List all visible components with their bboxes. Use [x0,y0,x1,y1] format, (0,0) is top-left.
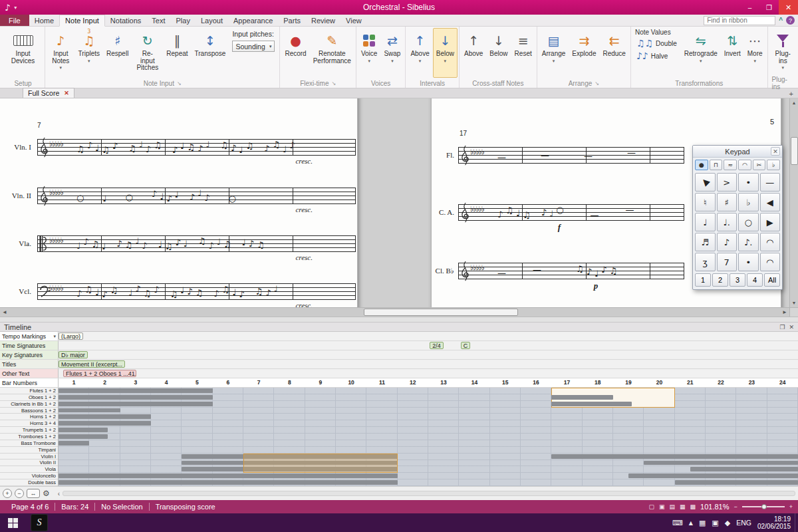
clock[interactable]: 18:19 02/06/2015 [757,515,791,530]
keypad-layout-tab[interactable]: ⊓ [710,160,723,170]
scroll-left-icon[interactable]: ◄ [0,309,9,315]
timeline-activity-bar[interactable] [59,388,213,393]
timeline-chip[interactable]: 2/4 [430,342,444,349]
timeline-row-label[interactable]: Bar Numbers [0,378,59,387]
ribbon-tab[interactable]: Play [171,15,196,26]
start-button[interactable] [0,513,25,532]
keypad-button[interactable]: ♯ [717,193,737,211]
input-notes-button[interactable]: ♪ Input Notes ▾ [47,28,75,78]
timeline-scroll-track[interactable] [63,491,795,496]
timeline-scroll-left-icon[interactable]: ‹ [58,490,60,497]
dialog-launcher-icon[interactable]: ↘ [177,80,182,86]
interval-above-button[interactable]: ↑ Above ▾ [407,28,432,78]
respell-button[interactable]: ♯ Respell [103,28,132,78]
view-mode-icon[interactable]: ▦ [680,503,686,510]
invert-button[interactable]: ⇅ Invert [721,28,744,78]
keypad-layout-tab[interactable]: ♭ [767,160,780,170]
keypad-button[interactable]: • [738,253,759,271]
ribbon-tab[interactable]: Note Input [59,15,105,27]
keypad-voice-button[interactable]: 4 [747,273,763,287]
timeline-row-label[interactable]: Tempo Markings▾ [0,332,59,340]
keypad-button[interactable]: — [760,173,781,192]
ribbon-tab[interactable]: Text [146,15,170,26]
help-icon[interactable]: ? [786,16,795,25]
timeline-activity-bar[interactable] [59,414,151,419]
timeline-chip[interactable]: Movement II (excerpt... [59,360,125,368]
scroll-right-icon[interactable]: ► [780,309,789,315]
timeline-zoom-in-button[interactable]: + [3,489,12,498]
plugins-button[interactable]: Plug-ins ▾ [769,28,797,78]
zoom-slider-knob[interactable] [761,504,767,509]
timeline-row-label[interactable]: Titles [0,360,59,368]
keypad-layout-tab[interactable]: ✂ [753,160,766,170]
quick-access-dropdown-icon[interactable]: ▾ [14,5,17,11]
close-button[interactable]: ✕ [779,0,798,15]
cross-staff-below-button[interactable]: ↓ Below [486,28,511,78]
keypad-button[interactable]: ♭ [738,193,759,211]
score-vertical-scrollbar[interactable]: ▲ ▼ [789,98,798,307]
interval-below-button[interactable]: ↓ Below ▾ [433,28,458,78]
timeline-activity-bar[interactable] [675,480,798,485]
keypad-layout-tab[interactable]: ≂ [724,160,737,170]
ribbon-tab[interactable]: Review [306,15,340,26]
view-mode-icon[interactable]: ▩ [690,503,696,510]
keypad-button[interactable]: ▶ [760,213,781,231]
halve-note-values-button[interactable]: ♪♪ Halve [635,51,678,61]
dialog-launcher-icon[interactable]: ↘ [331,80,336,86]
dialog-launcher-icon[interactable]: ↘ [595,80,599,86]
restore-button[interactable]: ❐ [759,0,779,15]
timeline-chip[interactable]: Flutes 1 + 2 Oboes 1 ...41... [63,370,136,377]
timeline-activity-bar[interactable] [59,421,151,426]
language-indicator[interactable]: ENG [736,519,751,527]
input-devices-button[interactable]: Input Devices [3,28,43,78]
score-page-left[interactable]: 7 Vln. I ♭♭♭♭♭ ♫♪♩♫♪♫♩♪♫♪♩♫♪♩♫♪♩♫♪♫♩♪ cr… [0,98,358,307]
timeline-chip[interactable]: D♭ major [59,351,88,358]
timeline-activity-bar[interactable] [59,473,398,478]
tab-close-icon[interactable]: ✕ [64,90,69,96]
renotate-performance-button[interactable]: ✎ Renotate Performance [310,28,354,78]
keypad-button[interactable]: ♩ [695,213,716,231]
timeline-row-label[interactable]: Time Signatures [0,341,59,350]
timeline-fit-width-button[interactable]: ↔ [27,489,40,498]
ribbon-tab[interactable]: Layout [196,15,228,26]
retrograde-button[interactable]: ⇋ Retrograde ▾ [681,28,721,78]
dropdown-arrow-icon[interactable]: ▾ [53,334,56,339]
network-icon[interactable]: ▦ [699,519,706,527]
timeline-activity-bar[interactable] [551,454,798,459]
view-mode-icon[interactable]: ▤ [669,503,675,510]
reinput-pitches-button[interactable]: ↻ Re-input Pitches [132,28,163,78]
record-button[interactable]: ● Record [281,28,309,78]
keypad-voice-button[interactable]: 1 [695,273,711,287]
arrange-button[interactable]: ▤ Arrange ▾ [539,28,569,78]
ribbon-tab[interactable]: Notations [105,15,146,26]
explode-button[interactable]: ⇉ Explode [569,28,599,78]
double-note-values-button[interactable]: ♫♫ Double [635,38,678,49]
find-in-ribbon-input[interactable] [704,16,775,25]
keypad-button[interactable]: • [738,173,759,192]
timeline-activity-bar[interactable] [59,408,120,413]
swap-button[interactable]: ⇄ Swap ▾ [380,28,404,78]
transpose-button[interactable]: ↕ Transpose [192,28,229,78]
timeline-row-label[interactable]: Key Signatures [0,350,59,359]
more-transformations-button[interactable]: ⋯ More ▾ [744,28,766,78]
keypad-button[interactable]: ♪ [717,233,737,251]
keypad-button[interactable]: ◠ [760,233,781,251]
keypad-button[interactable]: ○ [738,213,759,231]
ribbon-tab[interactable]: Home [29,15,59,26]
timeline-zoom-out-button[interactable]: − [15,489,24,498]
input-pitches-select[interactable]: Sounding ▾ [232,41,275,52]
taskbar-sibelius-icon[interactable]: S [31,514,48,531]
new-tab-button[interactable]: + [789,90,793,98]
keypad-button[interactable]: ♮ [695,193,716,211]
keypad-button[interactable]: ◠ [760,253,781,271]
timeline-float-icon[interactable]: ❐ [779,324,785,331]
timeline-activity-bar[interactable] [59,428,108,432]
view-mode-icon[interactable]: ▣ [659,503,665,510]
zoom-out-icon[interactable]: − [733,503,737,510]
score-horizontal-scrollbar[interactable]: ◄ ► [0,307,798,317]
ribbon-tab[interactable]: Appearance [228,15,278,26]
timeline-activity-bar[interactable] [59,480,398,485]
keypad-layout-tab[interactable]: ● [695,160,708,170]
timeline-activity-bar[interactable] [59,395,213,400]
keypad-button[interactable]: ♩. [717,213,737,231]
